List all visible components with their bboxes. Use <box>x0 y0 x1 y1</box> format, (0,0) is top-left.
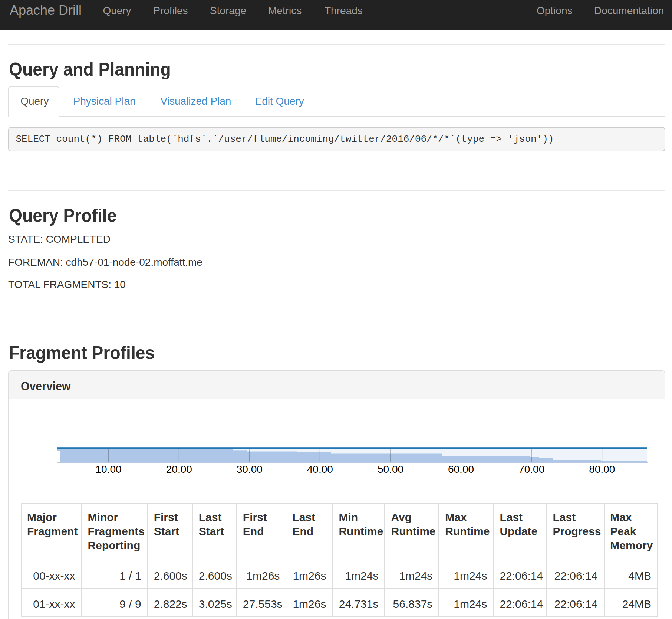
svg-text:40.00: 40.00 <box>307 464 333 475</box>
svg-text:60.00: 60.00 <box>448 464 474 475</box>
svg-text:50.00: 50.00 <box>378 464 403 475</box>
svg-text:20.00: 20.00 <box>166 464 192 475</box>
svg-text:70.00: 70.00 <box>518 464 544 475</box>
svg-text:80.00: 80.00 <box>589 464 615 475</box>
svg-text:10.00: 10.00 <box>96 464 122 475</box>
svg-text:30.00: 30.00 <box>237 464 263 475</box>
